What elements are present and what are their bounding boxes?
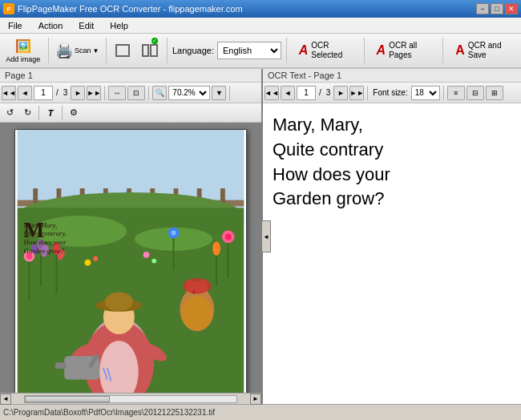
garden-illustration: Mary Mary, Quite contrary, How does your…: [15, 130, 246, 393]
scan-icon: 🖨️: [55, 42, 73, 59]
title-bar-left: F FlipPageMaker Free OCR Converter - fli…: [3, 3, 243, 14]
view-double-button[interactable]: ✓: [138, 35, 163, 66]
qcr-save-icon: A: [455, 43, 465, 58]
scan-label: Scan: [75, 46, 91, 55]
language-section: Language: English: [172, 42, 281, 59]
svg-rect-35: [55, 362, 67, 369]
font-size-select[interactable]: 18 12 14 16 20 24: [411, 86, 440, 100]
left-page-total: 3: [62, 88, 70, 97]
maximize-button[interactable]: □: [491, 3, 503, 14]
left-prev-page-button[interactable]: ◄: [18, 86, 32, 100]
left-toolbar-sep-1: [104, 86, 105, 100]
ocr-all-pages-button[interactable]: A OCR all Pages: [370, 35, 438, 66]
right-prev-page-button[interactable]: ◄: [281, 86, 295, 100]
ocr-all-icon: A: [377, 43, 386, 58]
view-single-button[interactable]: [111, 35, 135, 66]
left-toolbar2-sep2: [62, 106, 63, 120]
text-align-button[interactable]: ≡: [447, 86, 465, 100]
left-panel-label: Page 1: [0, 69, 261, 83]
zoom-select[interactable]: 70.2%: [168, 86, 210, 100]
ocr-selected-icon: A: [299, 43, 309, 58]
left-toolbar-sep-2: [148, 86, 149, 100]
right-toolbar-sep-2: [443, 86, 444, 100]
toolbar-separator-3: [167, 38, 168, 63]
toolbar-separator-4: [286, 38, 287, 63]
minimize-button[interactable]: −: [476, 3, 489, 14]
menu-edit[interactable]: Edit: [74, 19, 99, 32]
fit-width-button[interactable]: ↔: [108, 86, 126, 100]
svg-point-54: [85, 260, 91, 266]
svg-point-50: [212, 241, 220, 256]
text-format-button[interactable]: ⊟: [466, 86, 484, 100]
ocr-selected-label: OCR Selected: [311, 41, 351, 60]
left-last-page-button[interactable]: ►►: [87, 86, 101, 100]
title-controls: − □ ✕: [476, 3, 518, 14]
svg-point-53: [172, 231, 176, 236]
right-last-page-button[interactable]: ►►: [349, 86, 364, 100]
language-select[interactable]: English: [217, 42, 281, 59]
svg-point-57: [151, 259, 156, 264]
ocr-selected-button[interactable]: A OCR Selected: [292, 35, 359, 66]
menu-file[interactable]: File: [3, 19, 27, 32]
svg-text:M: M: [24, 218, 45, 242]
qcr-save-button[interactable]: A QCR and Save: [448, 35, 518, 66]
left-next-page-button[interactable]: ►: [71, 86, 85, 100]
text-expand-button[interactable]: ⊞: [486, 86, 503, 100]
main-content: Page 1 ◄◄ ◄ / 3 ► ►► ↔ ⊡ 🔍 70.2% ▼ ↺ ↻: [0, 69, 521, 404]
scrollbar-track[interactable]: [24, 395, 237, 403]
pdf-viewer[interactable]: Mary Mary, Quite contrary, How does your…: [0, 123, 261, 393]
extra-tool-button[interactable]: ⚙: [66, 106, 82, 120]
menu-help[interactable]: Help: [105, 19, 133, 32]
zoom-out-button[interactable]: 🔍: [152, 86, 167, 100]
right-first-page-button[interactable]: ◄◄: [265, 86, 279, 100]
title-bar: F FlipPageMaker Free OCR Converter - fli…: [0, 0, 521, 18]
ocr-all-pages-label: OCR all Pages: [389, 41, 430, 60]
view-single-icon: [115, 44, 130, 57]
add-image-label: Add image: [6, 55, 40, 63]
close-button[interactable]: ✕: [505, 3, 518, 14]
add-image-button[interactable]: 🖼️ Add image: [3, 35, 43, 66]
right-panel-label: OCR Text - Page 1: [263, 69, 521, 83]
svg-point-44: [181, 296, 212, 330]
right-toolbar: ◄◄ ◄ / 3 ► ►► Font size: 18 12 14 16 20 …: [263, 83, 521, 103]
scan-dropdown-arrow[interactable]: ▼: [92, 47, 99, 55]
left-toolbar2-sep: [38, 106, 39, 120]
right-toolbar-sep-1: [367, 86, 368, 100]
rotate-left-button[interactable]: ↺: [2, 106, 18, 120]
text-tool-button[interactable]: T: [42, 106, 59, 120]
title-text: FlipPageMaker Free OCR Converter - flipp…: [18, 4, 243, 14]
right-next-page-button[interactable]: ►: [333, 86, 348, 100]
zoom-in-button[interactable]: ▼: [212, 86, 226, 100]
left-first-page-button[interactable]: ◄◄: [2, 86, 16, 100]
toolbar: 🖼️ Add image 🖨️ Scan ▼ ✓ Language: Engli…: [0, 34, 521, 69]
status-bar: C:\ProgramData\Boxoft\PdfOcr\Images\2012…: [0, 404, 521, 420]
left-page-sep: /: [55, 88, 60, 97]
scroll-left-button[interactable]: ◄: [0, 394, 11, 405]
svg-point-56: [143, 252, 150, 258]
qcr-save-label: QCR and Save: [468, 41, 511, 60]
left-toolbar-2: ↺ ↻ T ⚙: [0, 103, 261, 123]
scan-button[interactable]: 🖨️ Scan ▼: [54, 35, 101, 66]
add-image-icon: 🖼️: [15, 38, 31, 54]
status-path: C:\ProgramData\Boxoft\PdfOcr\Images\2012…: [3, 408, 215, 417]
scrollbar-thumb[interactable]: [25, 396, 110, 402]
toolbar-separator-5: [364, 38, 365, 63]
scroll-right-button[interactable]: ►: [250, 394, 261, 405]
svg-point-31: [105, 293, 133, 311]
svg-point-45: [183, 278, 211, 293]
left-page-input[interactable]: [34, 86, 53, 100]
svg-point-55: [93, 256, 98, 261]
left-scrollbar[interactable]: ◄ ►: [0, 393, 261, 404]
right-page-input[interactable]: [297, 86, 316, 100]
panel-divider-toggle[interactable]: ◄: [261, 220, 271, 252]
left-toolbar: ◄◄ ◄ / 3 ► ►► ↔ ⊡ 🔍 70.2% ▼: [0, 83, 261, 103]
menu-action[interactable]: Action: [34, 19, 68, 32]
refresh-button[interactable]: ↻: [19, 106, 35, 120]
toolbar-separator-2: [106, 38, 107, 63]
fit-page-button[interactable]: ⊡: [127, 86, 145, 100]
svg-text:Garden grow?: Garden grow?: [24, 247, 65, 255]
ocr-text-area[interactable]: Mary, Mary, Quite contrary How does your…: [263, 103, 521, 404]
pdf-page: Mary Mary, Quite contrary, How does your…: [14, 129, 247, 393]
language-label: Language:: [172, 46, 214, 55]
toolbar-separator-1: [48, 38, 49, 63]
